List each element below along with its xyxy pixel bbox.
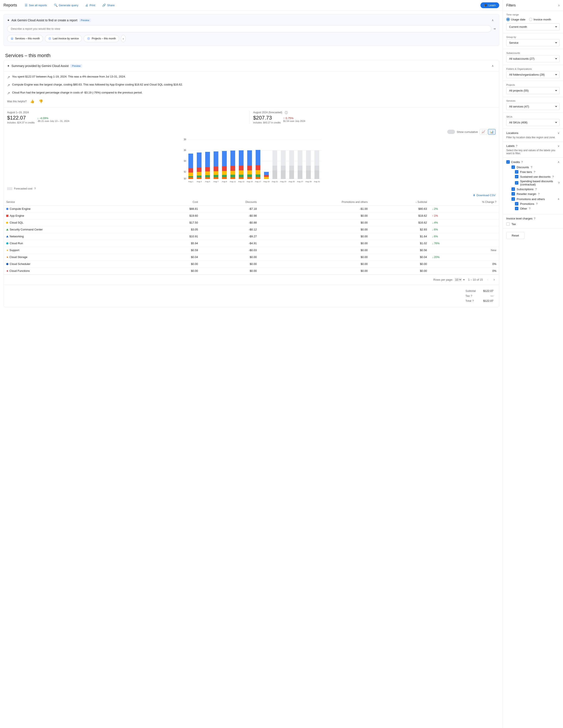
credits-checkbox[interactable]: ✓: [506, 160, 510, 164]
group-by-select[interactable]: Service: [506, 39, 560, 46]
sustained-use-checkbox[interactable]: ✓: [515, 175, 518, 178]
invoice-month-radio[interactable]: Invoice month: [529, 18, 551, 21]
prev-page-button[interactable]: ‹: [486, 277, 489, 282]
rows-per-page-select[interactable]: 10 25 50: [454, 278, 462, 282]
credits-collapse-icon[interactable]: ∧: [558, 160, 560, 163]
chip-projects-month[interactable]: Projects – this month: [84, 35, 119, 42]
summary-item-3: ↗ Cloud Run had the largest percentage c…: [7, 90, 496, 96]
thumbs-down-button[interactable]: 👎: [38, 98, 44, 104]
cost-cell: $19.60: [152, 212, 201, 219]
reset-button[interactable]: Reset: [506, 232, 524, 239]
more-chips-button[interactable]: ›: [121, 35, 126, 42]
folders-select[interactable]: All folders/organizations (28): [506, 71, 560, 78]
locations-header[interactable]: Locations ∨: [506, 131, 560, 135]
discounts-cell: -$0.98: [201, 212, 259, 219]
promotions-others-checkbox[interactable]: ✓: [512, 197, 515, 201]
metrics-row: August 1–19, 2024 $122.07 includes -$24.…: [4, 107, 499, 127]
credits-help-icon[interactable]: ?: [521, 160, 523, 164]
other-checkbox-item[interactable]: ✓ Other ?: [506, 207, 560, 210]
invoice-title: Invoice level charges ?: [506, 217, 560, 220]
gemini-submit-icon[interactable]: ⇥: [493, 27, 496, 30]
subtotal-cell: $0.56: [370, 247, 430, 254]
service-name: Compute Engine: [10, 207, 31, 210]
forecast-help-icon[interactable]: ?: [34, 187, 36, 190]
next-page-button[interactable]: ›: [493, 277, 496, 282]
current-metric-date: August 1–19, 2024: [7, 111, 246, 114]
list-icon: ☰: [25, 3, 28, 7]
see-all-reports-link[interactable]: ☰ See all reports: [22, 2, 50, 8]
discounts-checkbox-item[interactable]: ✓ Discounts ?: [506, 165, 560, 169]
subscriptions-checkbox-item[interactable]: ✓ Subscriptions ?: [506, 187, 560, 191]
service-name: Cloud Run: [10, 242, 23, 245]
share-link[interactable]: 🔗 Share: [100, 2, 117, 8]
other-help-icon[interactable]: ?: [529, 207, 530, 210]
th-change[interactable]: % Change ?: [430, 199, 499, 205]
tax-help-icon[interactable]: ?: [471, 294, 472, 297]
subscriptions-help-icon[interactable]: ?: [535, 188, 537, 191]
summary-collapse-button[interactable]: ∧: [490, 63, 496, 68]
generate-query-link[interactable]: 🔍 Generate query: [51, 2, 81, 8]
reseller-margin-help-icon[interactable]: ?: [538, 192, 540, 196]
gemini-collapse-button[interactable]: ∧: [490, 18, 496, 23]
invoice-help-icon[interactable]: ?: [534, 217, 535, 220]
usage-date-radio[interactable]: Usage date: [506, 18, 526, 21]
sustained-use-checkbox-item[interactable]: ✓ Sustained use discounts ?: [506, 175, 560, 178]
reseller-margin-checkbox[interactable]: ✓: [512, 192, 515, 196]
promotions-help-icon[interactable]: ?: [536, 202, 538, 205]
labels-sub: Select the key and values of the labels …: [506, 149, 560, 155]
total-help-icon[interactable]: ?: [472, 299, 474, 302]
skus-select[interactable]: All SKUs (408): [506, 119, 560, 126]
svg-text:$0: $0: [184, 177, 186, 180]
discounts-help-icon[interactable]: ?: [531, 166, 532, 169]
forecasted-info-icon[interactable]: ⓘ: [285, 111, 288, 115]
th-subtotal[interactable]: ↓ Subtotal: [370, 199, 430, 205]
labels-help-icon[interactable]: ?: [516, 144, 517, 148]
group-by-label: Group by: [506, 36, 560, 38]
spending-based-checkbox[interactable]: ✓: [515, 181, 518, 185]
trend-icon-3: ↗: [7, 91, 10, 96]
promotions-checkbox[interactable]: ✓: [515, 202, 518, 205]
subaccounts-select[interactable]: All subaccounts (27): [506, 55, 560, 62]
tax-empty-checkbox[interactable]: [506, 222, 510, 226]
gemini-search-input[interactable]: [7, 25, 491, 32]
print-link[interactable]: 🖨 Print: [83, 2, 98, 8]
subscriptions-checkbox[interactable]: ✓: [512, 187, 515, 191]
show-cumulative-toggle[interactable]: Show cumulative: [447, 130, 478, 134]
free-tiers-checkbox-item[interactable]: ✓ Free tiers ?: [506, 170, 560, 174]
labels-header[interactable]: Labels ? ∨: [506, 144, 560, 148]
promotions-others-checkbox-item[interactable]: ✓ Promotions and others ∧: [506, 197, 560, 201]
spending-based-help-icon[interactable]: ?: [558, 181, 560, 185]
promotions-checkbox-item[interactable]: ✓ Promotions ?: [506, 202, 560, 205]
help-icon-change[interactable]: ?: [495, 200, 496, 204]
reseller-margin-checkbox-item[interactable]: ✓ Reseller margin ?: [506, 192, 560, 196]
thumbs-up-button[interactable]: 👍: [29, 98, 35, 104]
chart-controls: Show cumulative 📈 📊: [4, 127, 499, 136]
free-tiers-help-icon[interactable]: ?: [534, 170, 535, 174]
sustained-use-help-icon[interactable]: ?: [552, 175, 554, 178]
change-cell: New: [491, 249, 496, 252]
service-name-cell: Networking: [4, 233, 152, 240]
projects-select[interactable]: All projects (55): [506, 87, 560, 94]
summary-preview-badge: Preview: [70, 64, 82, 68]
chip-services-month[interactable]: ☁ Services – this month: [7, 35, 43, 42]
current-month-select[interactable]: Current month: [506, 23, 560, 30]
cumulative-switch[interactable]: [447, 130, 455, 134]
line-chart-button[interactable]: 📈: [480, 129, 487, 135]
services-filter-select[interactable]: All services (47): [506, 103, 560, 110]
promotions-others-collapse-icon[interactable]: ∧: [558, 198, 560, 201]
download-csv-button[interactable]: ⬇ Download CSV: [473, 194, 496, 197]
free-tiers-checkbox[interactable]: ✓: [515, 170, 518, 174]
tax-checkbox-item[interactable]: Tax: [506, 222, 560, 226]
other-checkbox[interactable]: ✓: [515, 207, 518, 210]
learn-button[interactable]: 🎓 Learn: [480, 2, 499, 8]
th-discounts: Discounts: [201, 199, 259, 205]
discounts-cell: -$9.27: [201, 233, 259, 240]
discounts-checkbox[interactable]: ✓: [512, 165, 515, 169]
summary-item-2: ↗ Compute Engine was the largest charge,…: [7, 82, 496, 88]
sidebar-collapse-button[interactable]: ›: [558, 3, 560, 8]
spending-based-checkbox-item[interactable]: ✓ Spending based discounts (contractual)…: [506, 180, 560, 186]
svg-text:Aug 9: Aug 9: [222, 180, 227, 183]
chip-last-invoice[interactable]: Last invoice by service: [45, 35, 82, 42]
bar-chart-button[interactable]: 📊: [488, 129, 496, 135]
quick-chips: ☁ Services – this month Last invoice by …: [7, 35, 496, 42]
